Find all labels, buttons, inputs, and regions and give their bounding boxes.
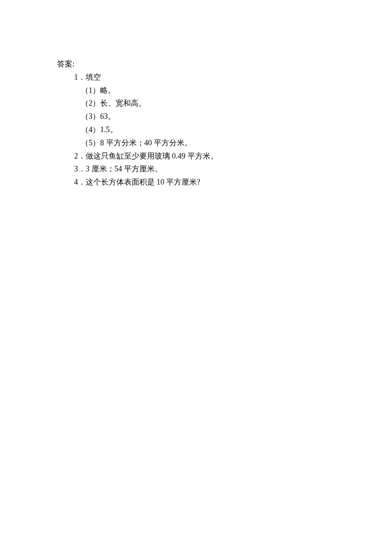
section-1-item-5: （5）8 平方分米；40 平方分米。 (57, 137, 392, 149)
section-1-item-4: （4）1.5。 (57, 124, 392, 136)
section-1-title: 1．填空 (57, 71, 392, 84)
section-1-item-2: （2）长、宽和高。 (57, 97, 392, 110)
section-4: 4．这个长方体表面积是 10 平方厘米? (57, 176, 392, 188)
section-2: 2．做这只鱼缸至少要用玻璃 0.49 平方米。 (57, 150, 392, 162)
answer-header: 答案: (57, 58, 392, 70)
section-1-item-3: （3）63。 (57, 110, 392, 123)
section-3: 3．3 厘米；54 平方厘米。 (57, 163, 392, 175)
section-1-item-1: （1）略。 (57, 84, 392, 97)
